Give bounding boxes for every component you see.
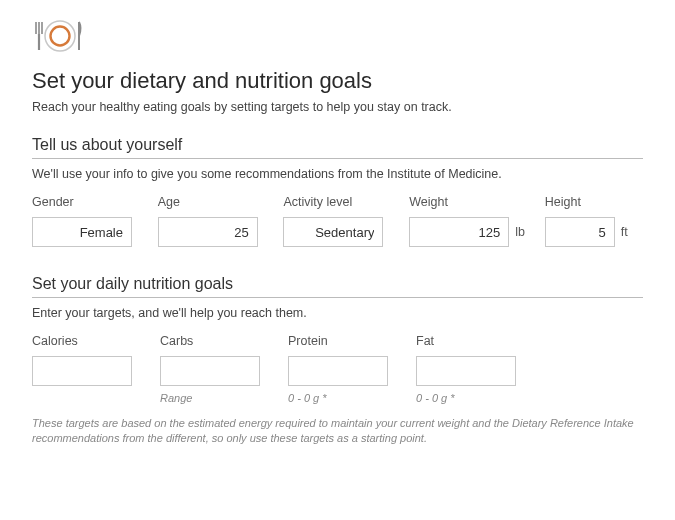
calories-hint	[32, 392, 160, 406]
protein-hint: 0 - 0 g *	[288, 392, 416, 406]
page-title: Set your dietary and nutrition goals	[32, 68, 643, 94]
section-goals-sub: Enter your targets, and we'll help you r…	[32, 306, 643, 320]
age-label: Age	[158, 195, 284, 209]
section-goals-heading: Set your daily nutrition goals	[32, 275, 643, 298]
gender-field[interactable]	[32, 217, 132, 247]
carbs-field[interactable]	[160, 356, 260, 386]
section-about-heading: Tell us about yourself	[32, 136, 643, 159]
activity-label: Activity level	[283, 195, 409, 209]
svg-point-5	[51, 27, 70, 46]
gender-label: Gender	[32, 195, 158, 209]
fat-field[interactable]	[416, 356, 516, 386]
section-about-sub: We'll use your info to give you some rec…	[32, 167, 643, 181]
footnote-text: These targets are based on the estimated…	[32, 416, 643, 446]
carbs-hint: Range	[160, 392, 288, 406]
dinner-plate-icon	[32, 18, 643, 58]
carbs-label: Carbs	[160, 334, 288, 348]
height-unit: ft	[621, 225, 641, 239]
protein-label: Protein	[288, 334, 416, 348]
about-yourself-row: Gender Age Activity level Weight lb Heig…	[32, 195, 643, 247]
fat-hint: 0 - 0 g *	[416, 392, 544, 406]
nutrition-goals-row: Calories Carbs Range Protein 0 - 0 g * F…	[32, 334, 643, 406]
height-label: Height	[545, 195, 643, 209]
protein-field[interactable]	[288, 356, 388, 386]
weight-unit: lb	[515, 225, 535, 239]
age-field[interactable]	[158, 217, 258, 247]
fat-label: Fat	[416, 334, 544, 348]
calories-field[interactable]	[32, 356, 132, 386]
weight-field[interactable]	[409, 217, 509, 247]
weight-label: Weight	[409, 195, 545, 209]
calories-label: Calories	[32, 334, 160, 348]
intro-text: Reach your healthy eating goals by setti…	[32, 100, 643, 114]
height-field[interactable]	[545, 217, 615, 247]
activity-field[interactable]	[283, 217, 383, 247]
